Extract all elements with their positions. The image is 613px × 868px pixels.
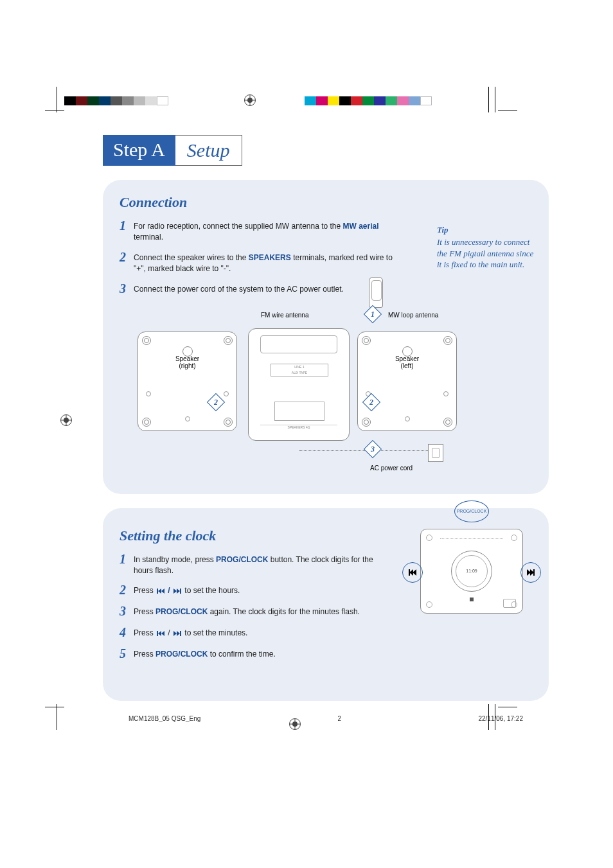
step-number: 2 (120, 583, 134, 598)
text-fragment: Connect the speaker wires to the (134, 253, 249, 262)
text-fragment: For radio reception, connect the supplie… (134, 222, 343, 231)
step-text: Connect the speaker wires to the SPEAKER… (134, 250, 396, 275)
skip-prev-icon (157, 589, 164, 594)
main-unit-icon: LINE 1AUX TAPE SPEAKERS 4Ω (248, 328, 350, 441)
mw-loop-antenna-icon (369, 277, 383, 308)
text-fragment: In standby mode, press (134, 555, 216, 564)
skip-next-icon (173, 631, 181, 636)
crop-mark (45, 111, 64, 111)
crop-mark (57, 87, 57, 112)
registration-mark-bottom (289, 718, 301, 730)
speaker-left-label: Speaker (left) (382, 355, 433, 369)
ac-cord-line (299, 450, 428, 451)
text-fragment: Connect the power cord of the system to … (134, 285, 344, 294)
crop-mark (488, 87, 489, 112)
text-fragment: Press (134, 586, 155, 595)
footer-filename: MCM128B_05 QSG_Eng (129, 715, 200, 722)
step-number: 2 (120, 250, 134, 265)
crop-mark (495, 704, 495, 730)
registration-mark-left (60, 414, 72, 426)
setup-title: Setup (175, 135, 242, 166)
clock-display: 11:09 (463, 568, 481, 574)
step-text: In standby mode, press PROG/CLOCK button… (134, 552, 377, 577)
step-number: 4 (120, 625, 134, 640)
crop-mark (498, 707, 517, 707)
crop-mark (488, 704, 489, 730)
fm-antenna-label: FM wire antenna (261, 312, 308, 319)
step-header: Step A Setup (103, 135, 549, 166)
text-fragment: to set the minutes. (182, 628, 247, 637)
skip-prev-icon (157, 631, 164, 636)
callout-number: 2 (369, 397, 373, 407)
bold-term: PROG/CLOCK (216, 555, 268, 564)
crop-mark (495, 87, 495, 112)
step-text: Press PROG/CLOCK to confirm the time. (134, 646, 276, 660)
step-a-badge: Step A (103, 135, 175, 166)
text-fragment: Press (134, 650, 155, 659)
callout-number: 1 (371, 309, 375, 319)
prog-clock-button-callout: PROG/CLOCK (454, 500, 489, 522)
clock-step-3: 3 Press PROG/CLOCK again. The clock digi… (120, 604, 441, 619)
step-text: Press PROG/CLOCK again. The clock digits… (134, 604, 360, 617)
footer-page-number: 2 (338, 715, 342, 722)
skip-next-icon (173, 589, 181, 594)
step-text: For radio reception, connect the supplie… (134, 218, 396, 244)
mw-antenna-label: MW loop antenna (388, 312, 438, 319)
speaker-right-label: Speaker (right) (162, 355, 213, 369)
clock-step-4: 4 Press / to set the minutes. (120, 625, 377, 640)
clock-step-1: 1 In standby mode, press PROG/CLOCK butt… (120, 552, 377, 577)
callout-number: 2 (214, 397, 218, 407)
step-number: 1 (120, 552, 134, 567)
bold-term: SPEAKERS (249, 253, 291, 262)
connection-title: Connection (120, 194, 532, 211)
page-footer: MCM128B_05 QSG_Eng 2 22/11/06, 17:22 (103, 715, 549, 722)
connection-panel: Connection 1 For radio reception, connec… (103, 180, 549, 494)
footer-date: 22/11/06, 17:22 (478, 715, 523, 722)
text-fragment: terminal. (134, 233, 163, 242)
text-fragment: again. The clock digits for the minutes … (208, 607, 360, 616)
connection-step-3: 3 Connect the power cord of the system t… (120, 281, 396, 296)
crop-mark (57, 704, 57, 730)
step-text: Press / to set the hours. (134, 583, 240, 596)
speaker-left-icon: Speaker (left) (357, 332, 457, 431)
text-fragment: Press (134, 607, 155, 616)
crop-mark (498, 111, 517, 111)
crop-mark (45, 707, 64, 707)
bold-term: MW aerial (343, 222, 379, 231)
connection-diagram: FM wire antenna MW loop antenna 1 Speake… (120, 303, 532, 483)
step-text: Press / to set the minutes. (134, 625, 247, 639)
step-number: 5 (120, 646, 134, 661)
setting-clock-panel: Setting the clock 1 In standby mode, pre… (103, 508, 549, 701)
clock-step-2: 2 Press / to set the hours. (120, 583, 377, 598)
step-number: 1 (120, 218, 134, 233)
text-fragment: to set the hours. (182, 586, 240, 595)
callout-1: 1 (364, 305, 382, 323)
skip-next-button-callout (520, 562, 541, 583)
step-text: Connect the power cord of the system to … (134, 281, 344, 295)
callout-number: 3 (371, 444, 375, 454)
skip-prev-button-callout (402, 562, 423, 583)
color-registration-bars (0, 96, 613, 108)
tip-body: It is unnecessary to connect the FM pigt… (437, 236, 540, 270)
text-fragment: / (166, 628, 172, 637)
clock-step-5: 5 Press PROG/CLOCK to confirm the time. (120, 646, 377, 661)
device-body: 11:09 (420, 529, 523, 614)
ac-power-cord-label: AC power cord (370, 465, 413, 472)
speaker-right-icon: Speaker (right) (138, 332, 237, 431)
step-number: 3 (120, 604, 134, 619)
connection-step-2: 2 Connect the speaker wires to the SPEAK… (120, 250, 396, 275)
connection-step-1: 1 For radio reception, connect the suppl… (120, 218, 396, 244)
control-knob: 11:09 (451, 551, 492, 592)
bold-term: PROG/CLOCK (155, 607, 208, 616)
step-number: 3 (120, 281, 134, 296)
callout-3: 3 (364, 439, 382, 457)
text-fragment: / (166, 586, 172, 595)
power-outlet-icon (428, 444, 443, 462)
text-fragment: Press (134, 628, 155, 637)
bold-term: PROG/CLOCK (155, 650, 208, 659)
tip-title: Tip (437, 225, 540, 235)
text-fragment: to confirm the time. (208, 650, 275, 659)
device-figure: PROG/CLOCK 11:09 (414, 504, 529, 633)
